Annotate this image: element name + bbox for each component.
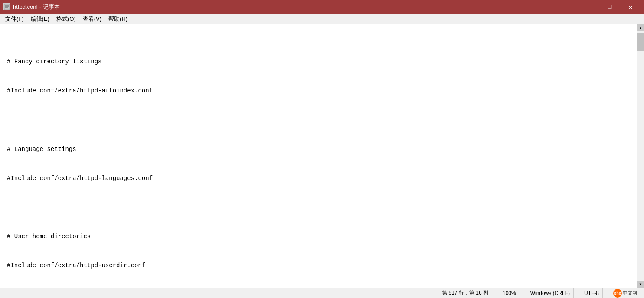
status-bar: 第 517 行，第 16 列 100% Windows (CRLF) UTF-8… [0,288,644,298]
window-title: httpd.conf - 记事本 [13,3,60,11]
menu-view[interactable]: 查看(V) [79,14,105,24]
php-badge: php 中文网 [610,288,641,298]
scrollbar-track[interactable] [637,31,644,281]
line-6 [7,203,630,212]
editor-container: # Fancy directory listings #Include conf… [0,24,644,288]
scrollbar-down-button[interactable]: ▼ [637,281,644,288]
php-suffix: 中文网 [623,290,637,296]
title-bar: httpd.conf - 记事本 — □ ✕ [0,0,644,14]
line-3 [7,115,630,125]
line-5: #Include conf/extra/httpd-languages.conf [7,174,630,183]
title-bar-left: httpd.conf - 记事本 [3,3,60,11]
editor-text: # Fancy directory listings #Include conf… [7,28,630,288]
menu-help[interactable]: 帮助(H) [105,14,131,24]
window-controls: — □ ✕ [579,0,641,14]
maximize-button[interactable]: □ [600,0,620,14]
menu-format[interactable]: 格式(O) [53,14,79,24]
status-encoding: UTF-8 [581,288,603,298]
line-7: # User home directories [7,232,630,241]
scrollbar-thumb[interactable] [637,33,644,51]
minimize-button[interactable]: — [579,0,599,14]
line-1: # Fancy directory listings [7,57,630,66]
line-8: #Include conf/extra/httpd-userdir.conf [7,261,630,270]
editor-content[interactable]: # Fancy directory listings #Include conf… [0,24,637,288]
php-icon: php [613,289,622,298]
status-position: 第 517 行，第 16 列 [438,288,492,298]
status-line-ending: Windows (CRLF) [527,288,574,298]
menu-file[interactable]: 文件(F) [2,14,27,24]
close-button[interactable]: ✕ [621,0,641,14]
menu-edit[interactable]: 编辑(E) [27,14,53,24]
line-2: #Include conf/extra/httpd-autoindex.conf [7,86,630,95]
status-zoom: 100% [499,288,520,298]
scrollbar-up-button[interactable]: ▲ [637,24,644,31]
line-4: # Language settings [7,144,630,154]
menu-bar: 文件(F) 编辑(E) 格式(O) 查看(V) 帮助(H) [0,14,644,24]
scrollbar[interactable]: ▲ ▼ [637,24,644,288]
app-icon [3,3,10,10]
svg-rect-0 [4,4,10,10]
